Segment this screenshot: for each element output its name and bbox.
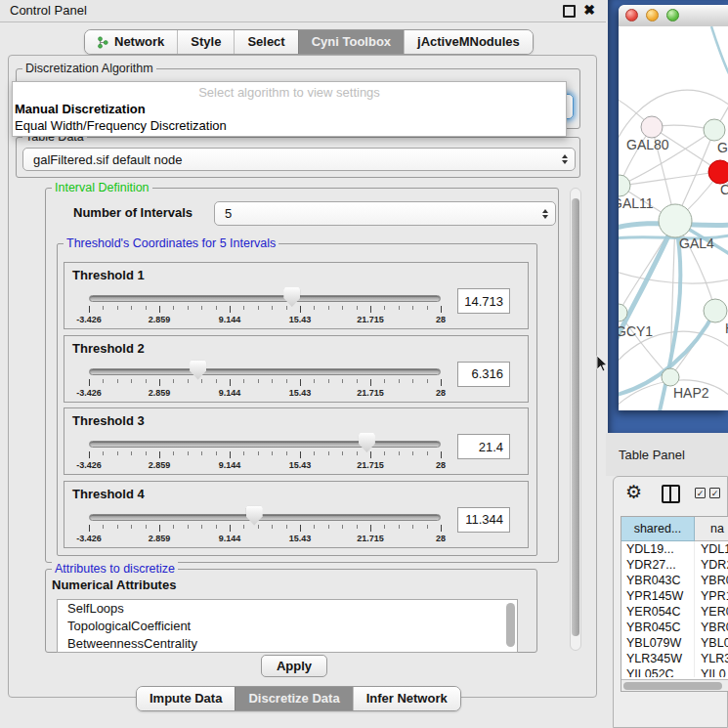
numerical-attributes-heading: Numerical Attributes	[52, 578, 176, 592]
threshold-value-field[interactable]: 6.316	[457, 362, 510, 387]
column-header-name[interactable]: na	[695, 517, 728, 541]
network-canvas[interactable]: GAL80G.CGAL11GAL4GCY1HHAP2	[619, 26, 728, 410]
slider-tick-labels: -3.4262.8599.14415.4321.71528	[89, 388, 441, 399]
scrollbar-thumb[interactable]	[623, 682, 722, 690]
tick-mark	[258, 525, 259, 529]
close-icon[interactable]: ✖	[583, 2, 595, 18]
slider-thumb[interactable]	[283, 287, 300, 307]
table-data-select[interactable]: galFiltered.sif default node	[22, 148, 576, 171]
table-horizontal-scrollbar[interactable]	[621, 679, 728, 692]
tick-mark	[399, 525, 400, 529]
dropdown-option-manual-discretization[interactable]: Manual Discretization	[15, 102, 146, 116]
scrollbar-thumb[interactable]	[572, 198, 579, 636]
slider-thumb[interactable]	[246, 506, 263, 526]
table-row[interactable]: YLR345WYLR3	[621, 651, 728, 666]
network-node-hap2[interactable]	[662, 368, 679, 386]
tick-label: 15.43	[289, 388, 312, 398]
attribute-item[interactable]: SelfLoops	[58, 600, 517, 618]
threshold-value-field[interactable]: 14.713	[457, 288, 510, 314]
threshold-value-field[interactable]: 21.4	[457, 434, 510, 459]
dropdown-option-equal-width-frequency[interactable]: Equal Width/Frequency Discretization	[15, 118, 227, 133]
tick-mark	[159, 525, 160, 532]
slider-track[interactable]	[89, 368, 441, 375]
checkbox-icon[interactable]: ✓	[709, 488, 720, 498]
apply-button[interactable]: Apply	[261, 655, 327, 677]
number-of-intervals-select[interactable]: 5	[214, 201, 556, 226]
panel-vertical-scrollbar[interactable]	[570, 188, 581, 651]
tab-label: Infer Network	[366, 687, 448, 710]
tick-mark	[188, 451, 189, 455]
node-label: GAL11	[619, 195, 654, 211]
tab-select[interactable]: Select	[234, 30, 297, 54]
checkbox-icon[interactable]: ✓	[695, 488, 706, 498]
tick-label: 15.43	[289, 460, 312, 470]
tab-jactivemnodules[interactable]: jActiveMNodules	[404, 30, 533, 54]
cell-name: YDL1	[695, 541, 728, 557]
tick-mark	[201, 525, 202, 529]
number-of-intervals-label: Number of Intervals	[73, 205, 193, 220]
tick-mark	[243, 306, 244, 310]
network-node-g-[interactable]	[704, 119, 725, 141]
tick-mark	[146, 451, 147, 455]
attribute-item[interactable]: BetweennessCentrality	[58, 635, 517, 653]
tab-cyni-toolbox[interactable]: Cyni Toolbox	[298, 30, 404, 54]
table-row[interactable]: YBR043CYBR0	[621, 573, 728, 588]
numerical-attributes-list[interactable]: SelfLoopsTopologicalCoefficientBetweenne…	[57, 599, 518, 653]
tab-style[interactable]: Style	[177, 30, 234, 54]
tick-mark	[399, 451, 400, 455]
column-layout-icon[interactable]	[662, 485, 680, 503]
network-node-c[interactable]	[708, 160, 728, 184]
network-window-titlebar[interactable]	[619, 5, 728, 27]
tab-discretize-data[interactable]: Discretize Data	[235, 687, 352, 710]
network-node-gal11[interactable]	[619, 175, 630, 196]
float-window-icon[interactable]	[563, 5, 576, 18]
tick-mark	[188, 525, 189, 529]
slider-track[interactable]	[89, 441, 441, 448]
threshold-value-field[interactable]: 11.344	[457, 507, 510, 533]
slider-track[interactable]	[89, 514, 441, 521]
table-row[interactable]: YPR145WYPR1	[621, 588, 728, 604]
network-graph: GAL80G.CGAL11GAL4GCY1HHAP2	[619, 26, 728, 410]
network-node-gal4[interactable]	[659, 204, 692, 237]
column-header-shared-name[interactable]: shared...	[621, 517, 695, 541]
attribute-item[interactable]: TopologicalCoefficient	[58, 618, 517, 635]
tick-label: 21.715	[357, 460, 384, 470]
slider-track[interactable]	[89, 295, 441, 302]
network-node-gal80[interactable]	[641, 116, 663, 138]
network-node-h[interactable]	[704, 299, 727, 322]
threshold-label: Threshold 2	[72, 341, 145, 356]
slider-tick-labels: -3.4262.8599.14415.4321.71528	[89, 315, 441, 325]
node-label: HAP2	[673, 385, 709, 401]
table-row[interactable]: YER054CYER0	[621, 604, 728, 620]
table-row[interactable]: YIL052CYIL0	[621, 666, 728, 677]
spinner-arrows-icon[interactable]	[562, 154, 568, 164]
slider-thumb[interactable]	[190, 361, 206, 380]
network-tree-icon	[98, 36, 109, 49]
gear-icon[interactable]: ⚙	[625, 481, 642, 503]
zoom-traffic-light[interactable]	[666, 9, 679, 21]
tick-mark	[399, 379, 400, 383]
minimize-traffic-light[interactable]	[646, 9, 659, 21]
tick-label: 9.144	[219, 534, 241, 543]
table-row[interactable]: YBL079WYBL0	[621, 635, 728, 651]
table-row[interactable]: YBR045CYBR0	[621, 620, 728, 635]
tick-mark	[146, 379, 147, 383]
tab-network[interactable]: Network	[85, 30, 177, 54]
cell-shared-name: YLR345W	[621, 651, 695, 666]
tab-label: Style	[191, 30, 221, 54]
threshold-coordinates-group-title: Threshold's Coordinates for 5 Intervals	[64, 236, 278, 250]
tick-mark	[384, 525, 385, 529]
table-row[interactable]: YDL19...YDL1	[621, 541, 728, 557]
tick-mark	[89, 525, 90, 532]
slider-tick-labels: -3.4262.8599.14415.4321.71528	[89, 534, 441, 544]
table-row[interactable]: YDR27...YDR2	[621, 557, 728, 573]
list-scrollbar-thumb[interactable]	[506, 603, 515, 647]
close-traffic-light[interactable]	[625, 9, 638, 21]
spinner-arrows-icon[interactable]	[542, 209, 548, 219]
tab-infer-network[interactable]: Infer Network	[353, 687, 460, 710]
cell-shared-name: YER054C	[621, 604, 695, 620]
tab-impute-data[interactable]: Impute Data	[137, 687, 235, 710]
tick-mark	[173, 451, 174, 455]
slider-thumb[interactable]	[359, 433, 375, 452]
dropdown-placeholder-option[interactable]: Select algorithm to view settings	[13, 85, 566, 100]
